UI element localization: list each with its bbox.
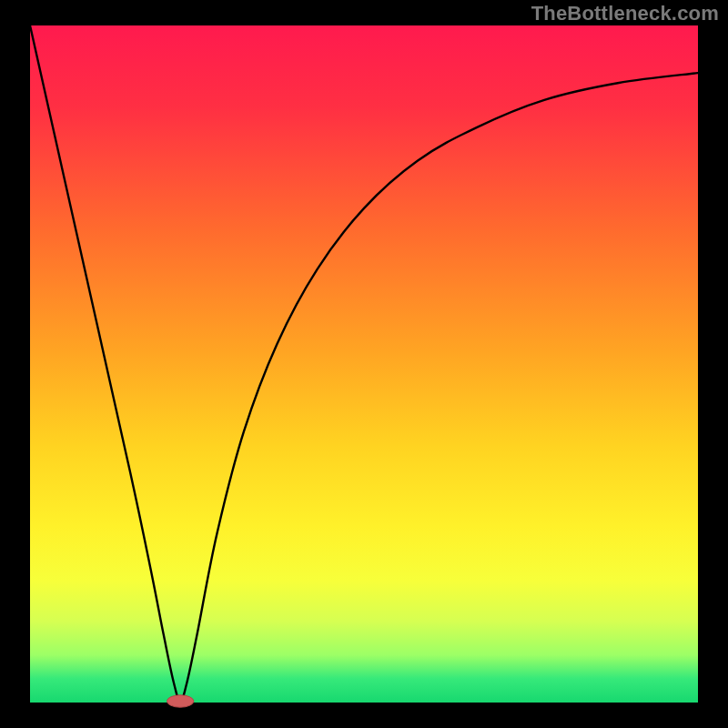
plot-background [30,25,698,703]
watermark-text: TheBottleneck.com [531,2,719,25]
outer-frame: { "watermark": "TheBottleneck.com", "col… [0,0,728,728]
bottleneck-chart [0,0,728,728]
optimal-marker [167,695,193,707]
